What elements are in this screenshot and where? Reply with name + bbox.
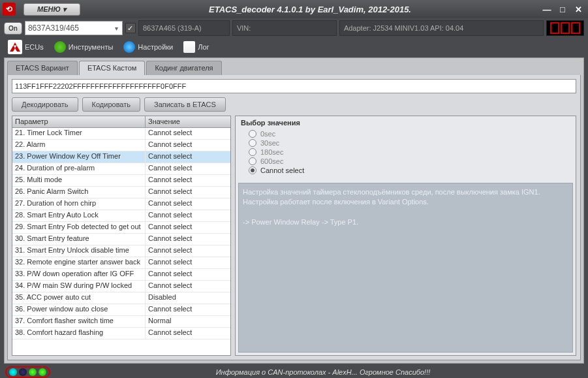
table-row[interactable]: 31. Smart Entry Unlock disable timeCanno… bbox=[12, 245, 230, 257]
vin-field: VIN: bbox=[232, 20, 337, 36]
cell-param: 32. Remote engine starter answer back bbox=[12, 257, 146, 268]
led-cyan-icon bbox=[9, 368, 17, 376]
tab-ecus-label: ECUs bbox=[25, 43, 44, 51]
table-row[interactable]: 26. Panic Alarm SwitchCannot select bbox=[12, 187, 230, 198]
svg-marker-2 bbox=[15, 46, 20, 52]
table-body[interactable]: 21. Timer Lock TimerCannot select22. Ala… bbox=[12, 128, 230, 355]
svg-marker-1 bbox=[10, 46, 15, 52]
radio-option[interactable]: 30sec bbox=[249, 138, 570, 148]
hex-input[interactable] bbox=[12, 79, 576, 93]
help-box: Настройка значений таймера стеклоподъёмн… bbox=[238, 183, 573, 353]
cell-param: 29. Smart Entry Fob detected to get out bbox=[12, 222, 146, 233]
adapter-field: Adapter: J2534 MINIV1.03 API: 04.04 bbox=[339, 20, 544, 36]
tab-log-label: Лог bbox=[198, 43, 209, 51]
tab-settings[interactable]: Настройки bbox=[118, 39, 178, 55]
table-row[interactable]: 23. Power Window Key Off TimerCannot sel… bbox=[12, 151, 230, 163]
svg-marker-0 bbox=[14, 42, 17, 46]
table-row[interactable]: 36. Power window auto closeCannot select bbox=[12, 304, 230, 316]
status-text: Информация о CAN-протоколах - AlexH... О… bbox=[63, 368, 583, 376]
maximize-button[interactable]: □ bbox=[555, 3, 570, 15]
cell-value: Disabled bbox=[146, 292, 230, 304]
cell-value: Cannot select bbox=[146, 198, 230, 210]
cell-value: Cannot select bbox=[146, 163, 230, 174]
table-row[interactable]: 35. ACC power auto cutDisabled bbox=[12, 292, 230, 304]
cell-param: 30. Smart Entry feature bbox=[12, 234, 146, 245]
log-icon bbox=[183, 41, 195, 53]
custom-panel: Декодировать Кодировать Записать в ETACS… bbox=[7, 75, 581, 360]
status-bar: Информация о CAN-протоколах - AlexH... О… bbox=[0, 366, 588, 378]
table-row[interactable]: 37. Comfort flasher switch timeNormal bbox=[12, 316, 230, 328]
cell-param: 38. Comfort hazard flashing bbox=[12, 328, 146, 339]
subtab-engine[interactable]: Кодинг двигателя bbox=[146, 61, 221, 75]
seg-digit bbox=[571, 22, 580, 34]
table-row[interactable]: 21. Timer Lock TimerCannot select bbox=[12, 128, 230, 140]
cell-param: 25. Multi mode bbox=[12, 175, 146, 186]
decode-button[interactable]: Декодировать bbox=[12, 97, 78, 112]
seg-digit bbox=[561, 22, 570, 34]
cell-param: 27. Duration of horn chirp bbox=[12, 198, 146, 210]
cell-param: 36. Power window auto close bbox=[12, 304, 146, 315]
col-value: Значение bbox=[146, 116, 230, 127]
cell-value: Cannot select bbox=[146, 257, 230, 268]
part-combo[interactable]: 8637A319/465 bbox=[25, 21, 123, 35]
table-row[interactable]: 38. Comfort hazard flashingCannot select bbox=[12, 328, 230, 339]
cell-param: 28. Smart Entry Auto Lock bbox=[12, 210, 146, 221]
x-icon bbox=[54, 41, 66, 53]
radio-option[interactable]: 0sec bbox=[249, 129, 570, 138]
table-row[interactable]: 33. P/W down operation after IG OFFCanno… bbox=[12, 269, 230, 281]
radio-icon bbox=[249, 139, 256, 147]
table-header: Параметр Значение bbox=[12, 116, 230, 128]
radio-option[interactable]: 180sec bbox=[249, 148, 570, 157]
table-row[interactable]: 30. Smart Entry featureCannot select bbox=[12, 234, 230, 245]
close-button[interactable]: ✕ bbox=[571, 3, 585, 15]
cell-param: 23. Power Window Key Off Timer bbox=[12, 151, 146, 163]
table-row[interactable]: 34. P/W main SW during P/W lockedCannot … bbox=[12, 281, 230, 292]
table-row[interactable]: 29. Smart Entry Fob detected to get outC… bbox=[12, 222, 230, 234]
on-button[interactable]: On bbox=[4, 22, 22, 35]
button-row: Декодировать Кодировать Записать в ETACS bbox=[12, 97, 576, 112]
tab-ecus[interactable]: ECUs bbox=[3, 37, 49, 57]
cell-param: 33. P/W down operation after IG OFF bbox=[12, 269, 146, 280]
table-row[interactable]: 27. Duration of horn chirpCannot select bbox=[12, 198, 230, 210]
subtab-custom[interactable]: ETACS Кастом bbox=[79, 61, 146, 75]
led-indicator bbox=[5, 366, 50, 378]
radio-label: 600sec bbox=[260, 157, 283, 165]
cell-value: Cannot select bbox=[146, 140, 230, 151]
app-icon: ⟲ bbox=[3, 3, 16, 16]
cell-value: Cannot select bbox=[146, 175, 230, 186]
radio-icon bbox=[249, 130, 256, 138]
radio-label: 180sec bbox=[260, 148, 283, 156]
sub-tabs: ETACS Вариант ETACS Кастом Кодинг двигат… bbox=[5, 58, 583, 75]
group-title: Выбор значения bbox=[236, 116, 576, 128]
menu-button[interactable]: МЕНЮ ▾ bbox=[23, 3, 80, 16]
encode-button[interactable]: Кодировать bbox=[82, 97, 140, 112]
cell-param: 31. Smart Entry Unlock disable time bbox=[12, 245, 146, 257]
cell-param: 21. Timer Lock Timer bbox=[12, 128, 146, 139]
radio-label: Cannot select bbox=[260, 166, 304, 174]
tab-log[interactable]: Лог bbox=[178, 39, 214, 55]
cell-param: 24. Duration of pre-alarm bbox=[12, 163, 146, 174]
write-button[interactable]: Записать в ETACS bbox=[144, 97, 226, 112]
cell-value: Cannot select bbox=[146, 245, 230, 257]
radio-icon bbox=[249, 157, 256, 165]
subtab-variant[interactable]: ETACS Вариант bbox=[7, 61, 78, 75]
gear-icon bbox=[123, 41, 135, 53]
cell-value: Cannot select bbox=[146, 151, 230, 163]
cell-value: Cannot select bbox=[146, 222, 230, 233]
table-row[interactable]: 32. Remote engine starter answer backCan… bbox=[12, 257, 230, 269]
tab-tools[interactable]: Инструменты bbox=[49, 39, 119, 55]
table-row[interactable]: 25. Multi modeCannot select bbox=[12, 175, 230, 187]
table-row[interactable]: 22. AlarmCannot select bbox=[12, 140, 230, 151]
led-green-icon bbox=[29, 368, 37, 376]
table-row[interactable]: 28. Smart Entry Auto LockCannot select bbox=[12, 210, 230, 222]
part-checkbox[interactable]: ✓ bbox=[125, 23, 136, 33]
radio-option[interactable]: Cannot select bbox=[249, 166, 570, 175]
table-row[interactable]: 24. Duration of pre-alarmCannot select bbox=[12, 163, 230, 175]
info-row: On 8637A319/465 ✓ 8637A465 (319-A) VIN: … bbox=[0, 18, 588, 38]
tab-tools-label: Инструменты bbox=[69, 43, 114, 51]
radio-option[interactable]: 600sec bbox=[249, 157, 570, 166]
minimize-button[interactable]: — bbox=[540, 3, 554, 15]
chevron-down-icon: ▾ bbox=[63, 5, 67, 13]
col-param: Параметр bbox=[12, 116, 146, 127]
part-info: 8637A465 (319-A) bbox=[138, 20, 230, 36]
